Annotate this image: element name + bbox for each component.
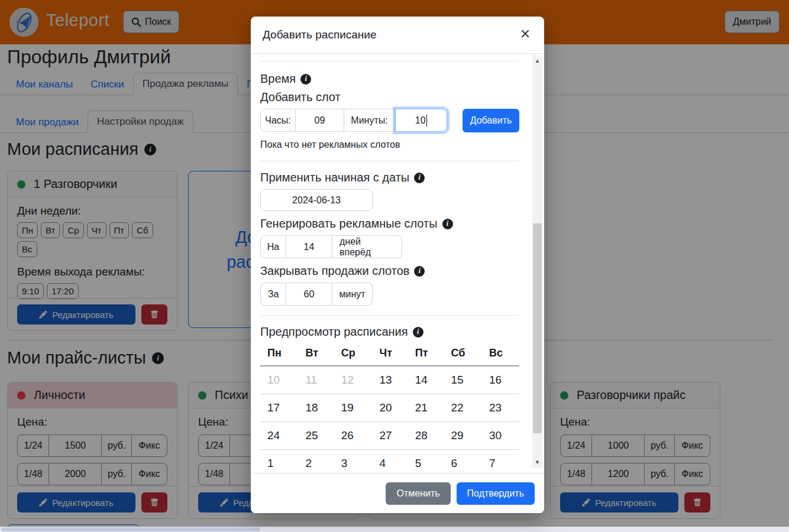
- scroll-up-icon[interactable]: ▲: [532, 56, 542, 66]
- calendar-row: 24 25 26 27 28 29 30: [260, 422, 519, 450]
- calendar-day: 11: [298, 366, 334, 394]
- calendar-header: Ср: [334, 345, 373, 366]
- calendar-day: 18: [298, 394, 334, 422]
- calendar-row: 17 18 19 20 21 22 23: [260, 394, 519, 422]
- scrolled-divider: [260, 61, 519, 61]
- calendar-header: Сб: [444, 345, 482, 366]
- calendar-day: 29: [444, 422, 482, 450]
- horizontal-scrollbar[interactable]: [0, 527, 789, 532]
- close-minutes-input[interactable]: 60: [286, 283, 332, 306]
- calendar-day: 30: [482, 422, 519, 450]
- close-sales-heading: Закрывать продажи слотов i: [260, 264, 519, 278]
- scroll-down-icon[interactable]: ▼: [532, 458, 542, 467]
- calendar-header: Вт: [298, 345, 334, 366]
- calendar-day: 5: [408, 450, 444, 473]
- preview-info-icon[interactable]: i: [413, 327, 423, 338]
- generate-heading: Генерировать рекламные слоты i: [260, 217, 519, 231]
- generate-info-icon[interactable]: i: [442, 219, 453, 229]
- calendar-header: Вс: [482, 345, 519, 366]
- calendar-day: 10: [260, 366, 298, 394]
- modal-scrollbar[interactable]: ▲ ▼: [532, 55, 542, 468]
- calendar-day: 3: [334, 450, 373, 473]
- time-heading: Время i: [260, 72, 519, 86]
- calendar-day: 21: [408, 394, 444, 422]
- modal-title: Добавить расписание: [263, 28, 377, 41]
- calendar-day: 28: [408, 422, 444, 450]
- add-slot-heading: Добавить слот: [260, 90, 519, 104]
- preview-heading-text: Предпросмотр расписания: [260, 325, 408, 339]
- close-sales-group: За 60 минут: [260, 283, 519, 306]
- calendar-day: 20: [373, 394, 408, 422]
- time-info-icon[interactable]: i: [300, 74, 311, 85]
- calendar-day: 4: [373, 450, 408, 473]
- apply-date-info-icon[interactable]: i: [414, 173, 425, 183]
- modal-header: Добавить расписание ✕: [251, 17, 544, 54]
- calendar-header: Чт: [373, 345, 408, 366]
- hours-label: Часы:: [260, 109, 296, 132]
- calendar-header: Пн: [260, 345, 298, 366]
- close-suffix: минут: [332, 283, 373, 306]
- add-slot-button[interactable]: Добавить: [463, 109, 519, 132]
- divider: [260, 161, 519, 161]
- close-icon[interactable]: ✕: [516, 25, 535, 44]
- calendar-day: 13: [373, 366, 408, 394]
- calendar-day: 12: [334, 366, 373, 394]
- calendar-day: 6: [444, 450, 482, 473]
- calendar-header-row: Пн Вт Ср Чт Пт Сб Вс: [260, 345, 519, 366]
- calendar-day: 15: [444, 366, 482, 394]
- start-date-input[interactable]: 2024-06-13: [260, 189, 373, 211]
- calendar-row: 10 11 12 13 14 15 16: [260, 366, 519, 394]
- close-prefix: За: [260, 283, 286, 306]
- add-schedule-modal: Добавить расписание ✕ Время i Добавить с…: [251, 17, 544, 513]
- calendar-day: 19: [334, 394, 373, 422]
- cancel-button[interactable]: Отменить: [386, 482, 450, 505]
- calendar-day: 17: [260, 394, 298, 422]
- close-sales-info-icon[interactable]: i: [414, 266, 425, 277]
- text-caret: [426, 115, 428, 126]
- no-slots-text: Пока что нет рекламных слотов: [260, 140, 519, 150]
- time-heading-text: Время: [260, 72, 296, 86]
- generate-heading-text: Генерировать рекламные слоты: [260, 217, 438, 231]
- apply-date-heading-text: Применить начиная с даты: [260, 171, 409, 184]
- divider: [260, 315, 519, 316]
- slot-time-group: Часы: 09 Минуты: 10: [260, 109, 447, 132]
- hours-input[interactable]: 09: [296, 109, 344, 132]
- calendar-day: 7: [482, 450, 519, 473]
- close-sales-heading-text: Закрывать продажи слотов: [260, 264, 409, 278]
- horizontal-scrollbar-thumb[interactable]: [1, 527, 260, 531]
- calendar-day: 26: [334, 422, 373, 450]
- generate-group: На 14 дней вперёд: [260, 235, 519, 258]
- minutes-label: Минуты:: [344, 109, 395, 132]
- calendar-day: 24: [260, 422, 298, 450]
- preview-heading: Предпросмотр расписания i: [260, 325, 519, 339]
- modal-footer: Отменить Подтвердить: [251, 473, 544, 513]
- minutes-value: 10: [415, 115, 426, 126]
- generate-days-input[interactable]: 14: [286, 235, 332, 258]
- add-slot-row: Часы: 09 Минуты: 10 Добавить: [260, 109, 519, 132]
- calendar-day: 22: [444, 394, 482, 422]
- calendar-header: Пт: [408, 345, 444, 366]
- generate-prefix: На: [260, 235, 286, 258]
- calendar-day: 14: [408, 366, 444, 394]
- calendar-row: 1 2 3 4 5 6 7: [260, 450, 519, 473]
- modal-scrollbar-thumb[interactable]: [533, 223, 542, 433]
- confirm-button[interactable]: Подтвердить: [457, 482, 535, 505]
- calendar-day: 25: [298, 422, 334, 450]
- calendar-day: 2: [298, 450, 334, 473]
- minutes-input[interactable]: 10: [395, 109, 447, 132]
- calendar-day: 27: [373, 422, 408, 450]
- calendar-day: 16: [482, 366, 519, 394]
- generate-suffix: дней вперёд: [332, 235, 402, 258]
- calendar-day: 1: [260, 450, 298, 473]
- apply-date-heading: Применить начиная с даты i: [260, 171, 519, 184]
- modal-body: Время i Добавить слот Часы: 09 Минуты: 1…: [251, 54, 544, 473]
- calendar-day: 23: [482, 394, 519, 422]
- schedule-preview-calendar: Пн Вт Ср Чт Пт Сб Вс 10 11 12 13 14 15: [260, 345, 519, 473]
